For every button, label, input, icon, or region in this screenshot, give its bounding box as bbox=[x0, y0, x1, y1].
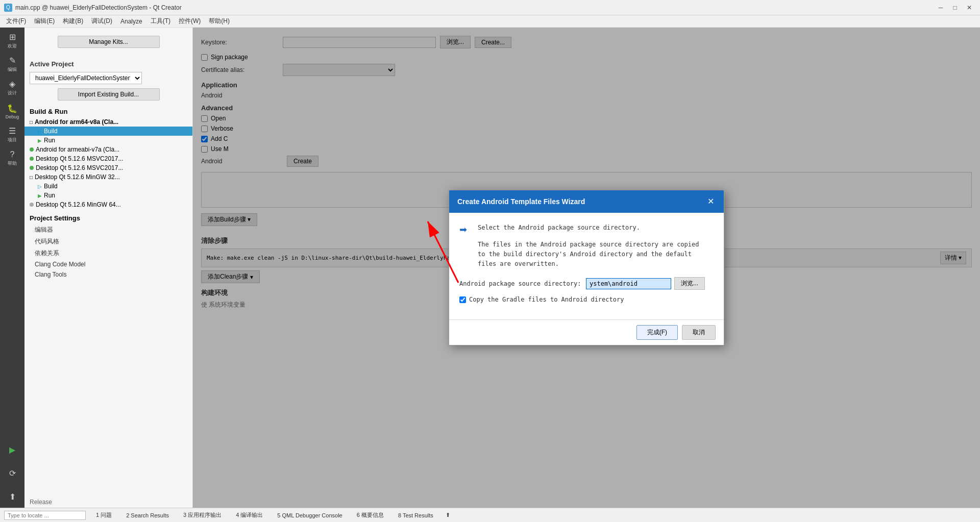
sidebar-item-project[interactable]: ☰ 项目 bbox=[1, 123, 23, 146]
source-dir-label: Android package source directory: bbox=[459, 280, 582, 287]
welcome-icon: ⊞ bbox=[9, 32, 16, 42]
run-mingw-label: Run bbox=[44, 192, 55, 199]
settings-dependencies[interactable]: 依赖关系 bbox=[24, 247, 192, 259]
run-mingw-icon: ▶ bbox=[38, 193, 42, 198]
dot-gray-icon bbox=[30, 203, 34, 207]
run-label: Run bbox=[44, 137, 55, 144]
mingw32-label: Desktop Qt 5.12.6 MinGW 32... bbox=[35, 173, 120, 181]
modal-title: Create Android Template Files Wizard bbox=[457, 197, 585, 206]
tree-item-armeabi[interactable]: Android for armeabi-v7a (Cla... bbox=[24, 145, 192, 154]
arm64-label: Android for arm64-v8a (Cla... bbox=[35, 118, 118, 126]
stop-icon: ⬆ bbox=[9, 492, 16, 502]
status-tab-app-output[interactable]: 3 应用程序输出 bbox=[179, 510, 226, 520]
active-project-title: Active Project bbox=[30, 60, 187, 68]
sidebar-item-edit[interactable]: ✎ 编辑 bbox=[1, 53, 23, 76]
release-section: Release bbox=[24, 496, 192, 508]
build-arrow-icon: ▷ bbox=[38, 129, 42, 134]
step-over-icon: ⟳ bbox=[9, 468, 16, 478]
tree-item-build-mingw[interactable]: ▷ Build bbox=[24, 182, 192, 191]
menu-help[interactable]: 帮助(H) bbox=[205, 16, 234, 27]
window-controls: ─ □ ✕ bbox=[934, 3, 976, 13]
sidebar-item-design[interactable]: ◈ 设计 bbox=[1, 77, 23, 99]
status-tab-compile[interactable]: 4 编译输出 bbox=[232, 510, 267, 520]
msvc2017-1-label: Desktop Qt 5.12.6 MSVC2017... bbox=[36, 155, 123, 162]
tree-item-msvc2017-2[interactable]: Desktop Qt 5.12.6 MSVC2017... bbox=[24, 163, 192, 172]
project-selector[interactable]: huawei_ElderlyFallDetectionSystem bbox=[30, 72, 142, 84]
maximize-button[interactable]: □ bbox=[948, 3, 962, 13]
folder-icon: □ bbox=[30, 119, 33, 125]
modal-description-row: ➡ Select the Android package source dire… bbox=[459, 223, 714, 269]
menu-tools[interactable]: 工具(T) bbox=[146, 16, 175, 27]
settings-code-style[interactable]: 代码风格 bbox=[24, 236, 192, 247]
left-panel: Manage Kits... Active Project huawei_Eld… bbox=[24, 28, 193, 508]
tree-item-run[interactable]: ▶ Run bbox=[24, 136, 192, 145]
finish-button[interactable]: 完成(F) bbox=[636, 325, 678, 340]
design-icon: ◈ bbox=[9, 79, 15, 89]
app-icon: Q bbox=[4, 4, 12, 12]
tree-item-msvc2017-1[interactable]: Desktop Qt 5.12.6 MSVC2017... bbox=[24, 154, 192, 163]
locate-input[interactable] bbox=[4, 511, 86, 520]
sidebar-step-over[interactable]: ⟳ bbox=[1, 462, 23, 484]
browse-source-dir-button[interactable]: 浏览... bbox=[674, 277, 705, 290]
debug-icon: 🐛 bbox=[7, 104, 17, 113]
build-mingw-label: Build bbox=[44, 183, 58, 190]
dot-green-icon bbox=[30, 147, 34, 152]
project-settings-title: Project Settings bbox=[30, 214, 187, 222]
sidebar-stop-button[interactable]: ⬆ bbox=[1, 485, 23, 508]
msvc2017-2-label: Desktop Qt 5.12.6 MSVC2017... bbox=[36, 164, 123, 171]
modal-body: ➡ Select the Android package source dire… bbox=[449, 213, 724, 320]
release-label: Release bbox=[30, 499, 52, 506]
settings-editor[interactable]: 编辑器 bbox=[24, 224, 192, 236]
sidebar-run-button[interactable]: ▶ bbox=[1, 438, 23, 461]
armeabi-label: Android for armeabi-v7a (Cla... bbox=[36, 146, 119, 153]
sidebar-item-debug[interactable]: 🐛 Debug bbox=[1, 100, 23, 122]
status-tab-test[interactable]: 8 Test Results bbox=[394, 511, 437, 519]
tree-item-mingw64[interactable]: Desktop Qt 5.12.6 MinGW 64... bbox=[24, 200, 192, 209]
modal-header: Create Android Template Files Wizard ✕ bbox=[449, 190, 724, 213]
manage-kits-button[interactable]: Manage Kits... bbox=[58, 36, 160, 48]
source-dir-input[interactable] bbox=[586, 278, 671, 289]
status-tab-summary[interactable]: 6 概要信息 bbox=[353, 510, 388, 520]
modal-overlay: Create Android Template Files Wizard ✕ ➡… bbox=[193, 28, 980, 508]
menu-bar: 文件(F) 编辑(E) 构建(B) 调试(D) Analyze 工具(T) 控件… bbox=[0, 15, 980, 28]
minimize-button[interactable]: ─ bbox=[934, 3, 947, 13]
tree-item-mingw32[interactable]: □ Desktop Qt 5.12.6 MinGW 32... bbox=[24, 172, 192, 182]
modal-desc-2: The files in the Android package source … bbox=[478, 240, 699, 250]
menu-analyze[interactable]: Analyze bbox=[116, 17, 146, 26]
menu-controls[interactable]: 控件(W) bbox=[175, 16, 205, 27]
settings-clang-tools[interactable]: Clang Tools bbox=[24, 269, 192, 280]
menu-file[interactable]: 文件(F) bbox=[2, 16, 30, 27]
modal-desc-4: files are overwritten. bbox=[478, 259, 699, 269]
tree-item-run-mingw[interactable]: ▶ Run bbox=[24, 191, 192, 200]
menu-edit[interactable]: 编辑(E) bbox=[30, 16, 59, 27]
menu-debug[interactable]: 调试(D) bbox=[87, 16, 116, 27]
status-bar: 1 问题 2 Search Results 3 应用程序输出 4 编译输出 5 … bbox=[0, 508, 980, 522]
status-tab-search[interactable]: 2 Search Results bbox=[122, 511, 173, 519]
design-label: 设计 bbox=[8, 90, 17, 96]
copy-gradle-checkbox[interactable] bbox=[459, 296, 466, 303]
status-arrow-icon: ⬆ bbox=[446, 512, 450, 518]
edit-label: 编辑 bbox=[8, 66, 17, 73]
modal-desc-1: Select the Android package source direct… bbox=[478, 223, 699, 233]
modal-description-block: Select the Android package source direct… bbox=[478, 223, 699, 269]
sidebar-item-help[interactable]: ? 帮助 bbox=[1, 147, 23, 169]
mingw64-label: Desktop Qt 5.12.6 MinGW 64... bbox=[36, 201, 121, 208]
status-tab-qml[interactable]: 5 QML Debugger Console bbox=[273, 511, 346, 519]
tree-item-build[interactable]: ▷ Build bbox=[24, 127, 192, 136]
settings-clang-model[interactable]: Clang Code Model bbox=[24, 259, 192, 269]
tree-item-arm64[interactable]: □ Android for arm64-v8a (Cla... bbox=[24, 117, 192, 127]
debug-label: Debug bbox=[6, 114, 19, 119]
main-layout: ⊞ 欢迎 ✎ 编辑 ◈ 设计 🐛 Debug ☰ 项目 ? 帮助 ▶ ⟳ bbox=[0, 28, 980, 508]
status-tab-problems[interactable]: 1 问题 bbox=[92, 510, 116, 520]
right-panel: Keystore: 浏览... Create... Sign package C… bbox=[193, 28, 980, 508]
copy-gradle-row: Copy the Gradle files to Android directo… bbox=[459, 296, 714, 303]
run-tree-icon: ▶ bbox=[38, 138, 42, 143]
import-build-button[interactable]: Import Existing Build... bbox=[58, 88, 160, 101]
modal-close-button[interactable]: ✕ bbox=[705, 196, 716, 207]
sidebar-item-welcome[interactable]: ⊞ 欢迎 bbox=[1, 30, 23, 52]
close-button[interactable]: ✕ bbox=[963, 3, 976, 13]
cancel-button[interactable]: 取消 bbox=[682, 325, 716, 340]
right-arrow-icon: ➡ bbox=[459, 224, 472, 236]
project-label: 项目 bbox=[8, 137, 17, 143]
menu-build[interactable]: 构建(B) bbox=[59, 16, 87, 27]
